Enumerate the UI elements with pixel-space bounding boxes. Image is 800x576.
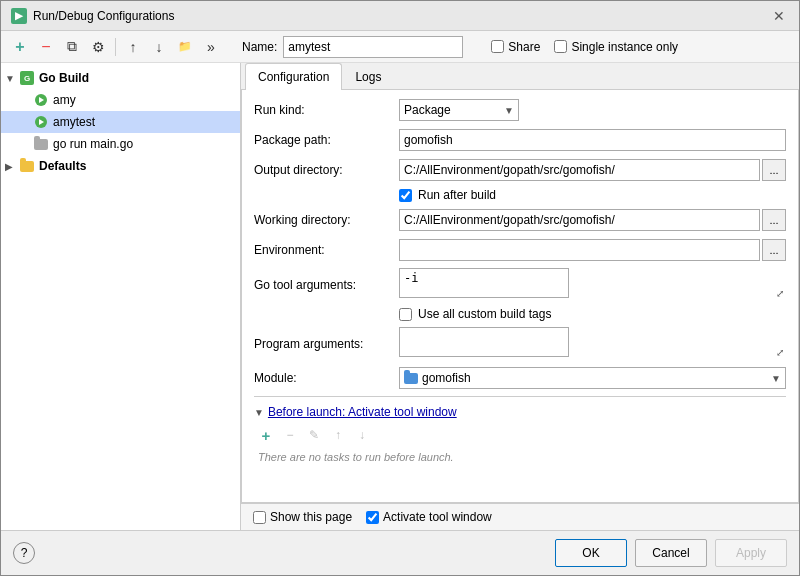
environment-label: Environment: xyxy=(254,243,399,257)
amytest-label: amytest xyxy=(53,115,95,129)
custom-build-tags-row: Use all custom build tags xyxy=(399,307,786,321)
output-dir-input[interactable] xyxy=(399,159,760,181)
tab-logs[interactable]: Logs xyxy=(342,63,394,90)
single-instance-checkbox[interactable] xyxy=(554,40,567,53)
move-up-button[interactable]: ↑ xyxy=(122,36,144,58)
go-tool-args-label: Go tool arguments: xyxy=(254,278,399,292)
name-area: Name: xyxy=(242,36,463,58)
package-path-label: Package path: xyxy=(254,133,399,147)
launch-remove-button[interactable]: − xyxy=(280,425,300,445)
defaults-label: Defaults xyxy=(39,159,86,173)
module-label: Module: xyxy=(254,371,399,385)
folder-button[interactable]: 📁 xyxy=(174,36,196,58)
custom-build-tags-label: Use all custom build tags xyxy=(418,307,551,321)
program-args-label: Program arguments: xyxy=(254,337,399,351)
add-config-button[interactable]: + xyxy=(9,36,31,58)
settings-config-button[interactable]: ⚙ xyxy=(87,36,109,58)
before-launch-header: ▼ Before launch: Activate tool window xyxy=(254,403,786,421)
main-content: ▼ G Go Build amy amytest xyxy=(1,63,799,530)
working-dir-label: Working directory: xyxy=(254,213,399,227)
working-dir-input[interactable] xyxy=(399,209,760,231)
remove-config-button[interactable]: − xyxy=(35,36,57,58)
title-bar-left: ▶ Run/Debug Configurations xyxy=(11,8,174,24)
footer-left: ? xyxy=(13,542,547,564)
more-button[interactable]: » xyxy=(200,36,222,58)
sidebar-item-go-run[interactable]: go run main.go xyxy=(1,133,240,155)
go-tool-args-row: Go tool arguments: -i ⤢ xyxy=(254,268,786,301)
program-args-wrapper: ⤢ xyxy=(399,327,786,360)
dialog-icon: ▶ xyxy=(11,8,27,24)
activate-tool-checkbox[interactable] xyxy=(366,511,379,524)
defaults-folder-icon xyxy=(19,158,35,174)
program-args-textarea[interactable] xyxy=(399,327,569,357)
tab-configuration[interactable]: Configuration xyxy=(245,63,342,90)
run-after-build-checkbox[interactable] xyxy=(399,189,412,202)
launch-up-button[interactable]: ↑ xyxy=(328,425,348,445)
working-dir-field-group: ... xyxy=(399,209,786,231)
go-run-label: go run main.go xyxy=(53,137,133,151)
dialog-title: Run/Debug Configurations xyxy=(33,9,174,23)
copy-config-button[interactable]: ⧉ xyxy=(61,36,83,58)
help-button[interactable]: ? xyxy=(13,542,35,564)
sidebar-item-defaults-group[interactable]: ▶ Defaults xyxy=(1,155,240,177)
move-down-button[interactable]: ↓ xyxy=(148,36,170,58)
section-divider xyxy=(254,396,786,397)
name-label: Name: xyxy=(242,40,277,54)
environment-field-group: ... xyxy=(399,239,786,261)
title-bar: ▶ Run/Debug Configurations ✕ xyxy=(1,1,799,31)
toolbar-separator-1 xyxy=(115,38,116,56)
module-row: Module: gomofish ▼ xyxy=(254,366,786,390)
launch-edit-button[interactable]: ✎ xyxy=(304,425,324,445)
share-area: Share Single instance only xyxy=(483,40,678,54)
sidebar: ▼ G Go Build amy amytest xyxy=(1,63,241,530)
sidebar-item-amytest[interactable]: amytest xyxy=(1,111,240,133)
go-run-icon xyxy=(33,136,49,152)
launch-empty-label: There are no tasks to run before launch. xyxy=(254,449,786,465)
close-button[interactable]: ✕ xyxy=(769,9,789,23)
before-launch-label[interactable]: Before launch: Activate tool window xyxy=(268,405,457,419)
launch-toolbar: + − ✎ ↑ ↓ xyxy=(256,425,786,445)
amy-label: amy xyxy=(53,93,76,107)
output-dir-label: Output directory: xyxy=(254,163,399,177)
module-value: gomofish xyxy=(422,371,471,385)
run-kind-select[interactable]: Package ▼ xyxy=(399,99,519,121)
custom-build-tags-checkbox[interactable] xyxy=(399,308,412,321)
run-kind-dropdown-arrow: ▼ xyxy=(504,105,514,116)
launch-add-button[interactable]: + xyxy=(256,425,276,445)
go-build-label: Go Build xyxy=(39,71,89,85)
sidebar-item-go-build-group[interactable]: ▼ G Go Build xyxy=(1,67,240,89)
working-dir-browse-button[interactable]: ... xyxy=(762,209,786,231)
go-tool-args-textarea[interactable]: -i xyxy=(399,268,569,298)
output-dir-row: Output directory: ... xyxy=(254,158,786,182)
launch-down-button[interactable]: ↓ xyxy=(352,425,372,445)
run-after-build-label: Run after build xyxy=(418,188,496,202)
ok-button[interactable]: OK xyxy=(555,539,627,567)
show-page-checkbox[interactable] xyxy=(253,511,266,524)
toolbar: + − ⧉ ⚙ ↑ ↓ 📁 » Name: Share Single insta… xyxy=(1,31,799,63)
sidebar-item-amy[interactable]: amy xyxy=(1,89,240,111)
go-tool-args-expand-button[interactable]: ⤢ xyxy=(776,288,784,299)
environment-browse-button[interactable]: ... xyxy=(762,239,786,261)
environment-input[interactable] xyxy=(399,239,760,261)
apply-button[interactable]: Apply xyxy=(715,539,787,567)
program-args-expand-button[interactable]: ⤢ xyxy=(776,347,784,358)
config-panel: Run kind: Package ▼ Package path: xyxy=(241,90,799,503)
cancel-button[interactable]: Cancel xyxy=(635,539,707,567)
single-instance-label: Single instance only xyxy=(571,40,678,54)
before-launch-collapse-arrow[interactable]: ▼ xyxy=(254,407,264,418)
single-instance-checkbox-label: Single instance only xyxy=(554,40,678,54)
share-checkbox-label: Share xyxy=(491,40,540,54)
activate-tool-label: Activate tool window xyxy=(366,510,492,524)
run-after-build-row: Run after build xyxy=(399,188,786,202)
package-path-row: Package path: xyxy=(254,128,786,152)
package-path-input[interactable] xyxy=(399,129,786,151)
module-select[interactable]: gomofish ▼ xyxy=(399,367,786,389)
output-dir-browse-button[interactable]: ... xyxy=(762,159,786,181)
working-dir-row: Working directory: ... xyxy=(254,208,786,232)
program-args-row: Program arguments: ⤢ xyxy=(254,327,786,360)
footer: ? OK Cancel Apply xyxy=(1,530,799,575)
name-input[interactable] xyxy=(283,36,463,58)
bottom-strip: Show this page Activate tool window xyxy=(241,503,799,530)
amy-run-icon xyxy=(33,92,49,108)
share-checkbox[interactable] xyxy=(491,40,504,53)
